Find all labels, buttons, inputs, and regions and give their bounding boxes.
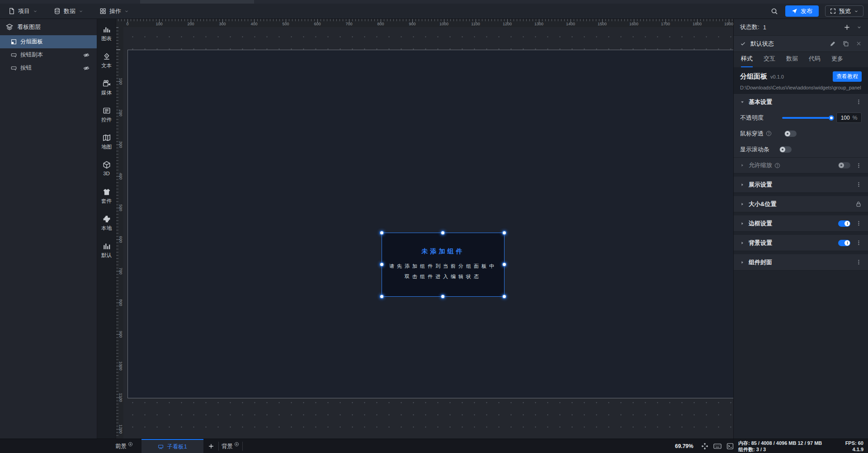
background-toggle[interactable] — [838, 240, 850, 246]
ruler-label: 800 — [118, 299, 123, 306]
preview-button[interactable]: 预览 — [825, 5, 863, 17]
toolbar-item-local[interactable]: 本地 — [97, 215, 116, 235]
add-state-icon[interactable] — [844, 24, 850, 31]
zoom-level[interactable]: 69.79% — [675, 439, 693, 453]
toolbar-item-kits[interactable]: 套件 — [97, 188, 116, 208]
toolbar-item-controls[interactable]: 控件 — [97, 107, 116, 127]
opacity-slider[interactable] — [782, 117, 833, 119]
ruler-label: 300 — [118, 141, 123, 148]
cube-icon — [103, 161, 111, 169]
app-window: 项目 数据 操作 发布 预览 看板图层 — [0, 0, 868, 453]
toolbar-item-default[interactable]: 默认 — [97, 242, 116, 262]
opacity-row: 不透明度 100 % — [734, 110, 868, 126]
help-circle-icon[interactable] — [766, 131, 772, 136]
add-circle-icon[interactable] — [234, 442, 239, 447]
publish-label: 发布 — [801, 7, 812, 15]
allow-zoom-toggle[interactable] — [838, 162, 850, 168]
tab-more[interactable]: 更多 — [831, 55, 843, 67]
component-hint-line: 双击组件进入编辑状态 — [405, 271, 481, 282]
mouse-through-toggle[interactable] — [784, 131, 797, 137]
shirt-icon — [103, 188, 111, 196]
scrollbar-toggle[interactable] — [779, 146, 792, 153]
state-default-row[interactable]: 默认状态 — [734, 35, 868, 52]
kebab-menu-icon[interactable] — [856, 240, 862, 246]
selection-handle[interactable] — [380, 295, 383, 298]
close-icon[interactable] — [856, 41, 862, 47]
components-value: 3 / 3 — [756, 447, 766, 452]
layer-item-group-panel[interactable]: 分组面板 — [0, 35, 97, 48]
active-subboard-tab[interactable]: 子看板1 — [142, 439, 203, 453]
ruler-label: 1900 — [724, 22, 733, 26]
button-widget-icon — [11, 52, 17, 58]
selection-handle[interactable] — [380, 263, 383, 266]
selection-handle[interactable] — [503, 231, 506, 234]
keyboard-icon[interactable] — [712, 442, 722, 450]
section-title: 背景设置 — [749, 239, 772, 247]
add-board-button[interactable] — [204, 439, 218, 453]
toolbar-item-label: 默认 — [101, 252, 112, 259]
ruler-label: 200 — [118, 109, 123, 116]
section-header[interactable]: 大小&位置 — [734, 196, 868, 212]
menu-project[interactable]: 项目 — [0, 4, 46, 19]
eye-slash-icon[interactable] — [83, 52, 90, 58]
kebab-menu-icon[interactable] — [856, 99, 862, 105]
status-info: 内存: 85 / 4008 / 4096 MB 12 / 97 MB FPS: … — [733, 439, 868, 453]
section-basic-header[interactable]: 基本设置 — [734, 94, 868, 110]
layer-item-button[interactable]: 按钮 — [0, 61, 97, 75]
chevron-down-icon[interactable] — [857, 25, 862, 30]
copy-icon[interactable] — [843, 41, 849, 47]
design-canvas[interactable]: 未添加组件 请先添加组件到当前分组面板中 双击组件进入编辑状态 01002003… — [116, 19, 733, 439]
ruler-label: 600 — [118, 236, 123, 243]
ruler-label: 400 — [118, 173, 123, 179]
add-circle-icon[interactable] — [128, 442, 133, 447]
border-toggle[interactable] — [838, 220, 850, 227]
kebab-menu-icon[interactable] — [856, 163, 862, 168]
fit-screen-icon[interactable] — [700, 442, 710, 450]
toolbar-item-map[interactable]: 地图 — [97, 134, 116, 154]
allow-zoom-label: 允许缩放 — [749, 161, 772, 169]
layer-item-button-copy[interactable]: 按钮副本 — [0, 48, 97, 61]
menu-data[interactable]: 数据 — [46, 4, 91, 19]
properties-panel: 状态数: 1 默认状态 样式 交互 数据 代码 更多 分组面板 v0.1.0 — [733, 19, 868, 439]
tab-data[interactable]: 数据 — [786, 55, 798, 67]
toolbar-item-3d[interactable]: 3D — [97, 161, 116, 181]
ruler-label: 900 — [118, 331, 123, 337]
toolbar-item-charts[interactable]: 图表 — [97, 25, 116, 46]
selection-handle[interactable] — [503, 295, 506, 298]
publish-button[interactable]: 发布 — [785, 5, 819, 17]
widget-toolbar: 图表 文本 媒体 控件 地图 3D 套件 本地 — [97, 19, 116, 439]
toolbar-item-media[interactable]: 媒体 — [97, 79, 116, 100]
edit-pencil-icon[interactable] — [830, 41, 836, 47]
selection-handle[interactable] — [441, 231, 444, 234]
layer-item-label: 按钮副本 — [20, 51, 43, 59]
ruler-label: 1200 — [503, 22, 512, 26]
foreground-tab[interactable]: 前景 — [115, 439, 133, 453]
tab-code[interactable]: 代码 — [809, 55, 821, 67]
toolbar-item-label: 3D — [103, 171, 110, 176]
selection-handle[interactable] — [503, 263, 506, 266]
tab-style[interactable]: 样式 — [741, 55, 753, 67]
selection-handle[interactable] — [441, 295, 444, 298]
kebab-menu-icon[interactable] — [856, 259, 862, 265]
background-tab[interactable]: 背景 — [222, 439, 239, 453]
tab-interaction[interactable]: 交互 — [764, 55, 775, 67]
selected-group-panel-component[interactable]: 未添加组件 请先添加组件到当前分组面板中 双击组件进入编辑状态 — [382, 233, 505, 297]
selection-handle[interactable] — [380, 231, 383, 234]
section-header[interactable]: 边框设置 — [734, 215, 868, 231]
ruler-label: 1800 — [693, 22, 702, 26]
section-header[interactable]: 展示设置 — [734, 177, 868, 192]
lock-icon[interactable] — [855, 201, 862, 207]
opacity-input[interactable]: 100 % — [836, 112, 862, 123]
toolbar-item-text[interactable]: 文本 — [97, 52, 116, 73]
kebab-menu-icon[interactable] — [856, 182, 862, 187]
eye-slash-icon[interactable] — [83, 65, 90, 71]
artboard[interactable]: 未添加组件 请先添加组件到当前分组面板中 双击组件进入编辑状态 — [127, 50, 733, 398]
section-header[interactable]: 组件封面 — [734, 254, 868, 270]
menu-actions[interactable]: 操作 — [91, 4, 137, 19]
kebab-menu-icon[interactable] — [856, 220, 862, 226]
section-header[interactable]: 背景设置 — [734, 235, 868, 251]
chevron-down-icon — [79, 9, 83, 14]
ruler-label: 1500 — [598, 22, 607, 26]
tutorial-button[interactable]: 查看教程 — [833, 71, 862, 82]
search-icon[interactable] — [768, 6, 781, 17]
